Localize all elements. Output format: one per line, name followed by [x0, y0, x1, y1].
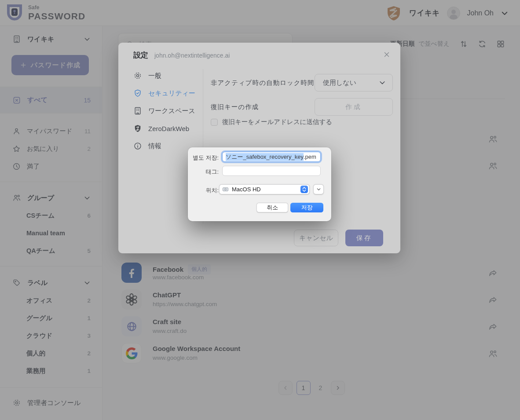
- location-value: MacOS HD: [232, 186, 297, 193]
- sidebar: ワイキキ パスワード作成 すべて 15 マイパスワード 11 お気に: [0, 26, 103, 420]
- section-label: グループ: [27, 194, 84, 202]
- location-dropdown[interactable]: MacOS HD: [219, 184, 310, 194]
- share-icon[interactable]: [488, 295, 498, 305]
- row-title: Google Workspace Account: [153, 345, 240, 352]
- plus-icon: [20, 62, 27, 69]
- save-dialog-save-button[interactable]: 저장: [290, 203, 323, 212]
- sidebar-item-label: 個人的: [26, 349, 87, 358]
- hard-drive-icon: [222, 186, 229, 193]
- sidebar-section-labels[interactable]: ラベル: [0, 274, 102, 292]
- sidebar-item-qa-team[interactable]: QAチーム 5: [0, 242, 102, 259]
- header-workspace-name[interactable]: ワイキキ: [409, 8, 440, 18]
- grid-view-icon[interactable]: [496, 40, 505, 48]
- sidebar-item-cs-team[interactable]: CSチーム 6: [0, 207, 102, 224]
- clock-icon: [12, 162, 21, 171]
- chevron-down-icon: [84, 194, 91, 201]
- page-2-button[interactable]: 2: [315, 384, 327, 391]
- chatgpt-icon: [121, 289, 142, 310]
- item-count: 15: [84, 97, 91, 104]
- where-label: 위치:: [190, 186, 219, 194]
- macos-save-dialog: 별도 저장: ソニー_safebox_recovery_key.pem 태그: …: [188, 147, 331, 221]
- sidebar-item-all[interactable]: すべて 15: [0, 87, 102, 113]
- settings-save-button[interactable]: 保存: [345, 230, 383, 246]
- gear-icon: [133, 71, 142, 80]
- sidebar-workspace-selector[interactable]: ワイキキ: [0, 32, 102, 46]
- save-as-label: 별도 저장:: [190, 154, 219, 162]
- row-title: Craft site: [153, 318, 181, 325]
- sidebar-item-manual-team[interactable]: Manual team: [0, 224, 102, 242]
- gear-icon: [12, 398, 21, 407]
- divider: [0, 182, 102, 182]
- item-count: 11: [84, 128, 91, 135]
- create-password-button[interactable]: パスワード作成: [11, 55, 89, 75]
- sidebar-item-label: QAチーム: [26, 247, 87, 255]
- info-icon: [133, 142, 142, 150]
- avatar[interactable]: [447, 7, 460, 20]
- auto-lock-dropdown[interactable]: 使用しない: [315, 74, 393, 91]
- settings-title: 設定: [133, 50, 148, 60]
- sidebar-item-business[interactable]: 業務用 1: [0, 362, 102, 380]
- sidebar-item-label: Manual team: [26, 230, 91, 237]
- group-shared-icon: [488, 349, 498, 359]
- settings-tab-workspace[interactable]: ワークスペース: [133, 102, 195, 120]
- tab-label: 一般: [148, 72, 161, 80]
- item-count: 3: [87, 332, 91, 339]
- expand-dialog-button[interactable]: [313, 184, 324, 194]
- auto-lock-label: 非アクティブ時の自動ロック時間: [211, 74, 315, 91]
- header-user-name[interactable]: John Oh: [467, 9, 494, 17]
- settings-tab-general[interactable]: 一般: [133, 67, 161, 84]
- settings-tab-zerodarkweb[interactable]: ZeroDarkWeb: [133, 120, 189, 137]
- stepper-icon: [300, 186, 308, 193]
- filename-selected-text: ソニー_safebox_recovery_key: [226, 153, 304, 161]
- sidebar-section-groups[interactable]: グループ: [0, 189, 102, 207]
- sidebar-item-admin-console[interactable]: 管理者コンソール: [0, 394, 102, 412]
- filename-extension: .pem: [304, 153, 316, 160]
- item-count: 5: [87, 248, 91, 254]
- save-dialog-cancel-button[interactable]: 취소: [256, 203, 288, 212]
- share-icon[interactable]: [488, 322, 498, 332]
- page-1-button[interactable]: 1: [297, 381, 311, 395]
- settings-tab-security[interactable]: セキュリティー: [133, 84, 195, 102]
- sidebar-item-favorites[interactable]: お気に入り 2: [0, 140, 102, 157]
- settings-account-email: john.oh@nextintelligence.ai: [154, 52, 230, 59]
- sidebar-item-label: グーグル: [26, 314, 87, 322]
- item-count: 1: [87, 368, 91, 374]
- create-recovery-key-button[interactable]: 作成: [315, 98, 393, 116]
- row-url: www.craft.do: [153, 328, 187, 334]
- settings-tab-info[interactable]: 情報: [133, 137, 161, 155]
- prev-page-button[interactable]: [278, 381, 293, 395]
- recovery-key-label: 復旧キーの作成: [211, 98, 259, 116]
- sidebar-item-expired[interactable]: 満了: [0, 157, 102, 175]
- sidebar-item-personal[interactable]: 個人的 2: [0, 344, 102, 362]
- next-page-button[interactable]: [331, 381, 345, 395]
- sidebar-item-label: 満了: [27, 162, 91, 171]
- password-row-craft-site[interactable]: Craft site www.craft.do: [118, 313, 505, 340]
- sidebar-item-label: すべて: [27, 96, 84, 104]
- sidebar-item-label: マイパスワード: [27, 127, 84, 135]
- close-icon[interactable]: [383, 51, 391, 58]
- app-logo: Safe PASSWORD: [6, 4, 85, 22]
- building-icon: [133, 106, 142, 115]
- sidebar-item-cloud[interactable]: クラウド 3: [0, 327, 102, 344]
- screen: Safe PASSWORD ワイキキ John Oh ワイキキ: [0, 0, 520, 420]
- sidebar-item-google[interactable]: グーグル 1: [0, 309, 102, 327]
- password-row-google-workspace[interactable]: Google Workspace Account www.google.com: [118, 340, 505, 367]
- password-row-facebook[interactable]: Facebook個人的 www.facebook.com: [118, 259, 505, 286]
- send-recovery-key-checkbox[interactable]: [211, 119, 218, 126]
- row-url: www.google.com: [153, 354, 198, 361]
- filename-input[interactable]: ソニー_safebox_recovery_key.pem: [222, 152, 321, 162]
- people-icon: [12, 194, 21, 202]
- sort-direction-icon[interactable]: [459, 40, 468, 48]
- tags-input[interactable]: [222, 166, 321, 176]
- app-header: Safe PASSWORD ワイキキ John Oh: [0, 0, 520, 26]
- star-icon: [12, 145, 21, 153]
- sidebar-workspace-name: ワイキキ: [27, 35, 84, 44]
- refresh-icon[interactable]: [478, 40, 487, 48]
- sidebar-item-my-passwords[interactable]: マイパスワード 11: [0, 122, 102, 140]
- password-row-chatgpt[interactable]: ChatGPT https://www.chatgpt.com: [118, 286, 505, 313]
- share-icon[interactable]: [488, 268, 498, 278]
- section-label: ラベル: [27, 279, 84, 287]
- sidebar-item-office[interactable]: オフィス 2: [0, 292, 102, 309]
- user-menu-chevron-down-icon[interactable]: [501, 9, 509, 17]
- settings-cancel-button[interactable]: キャンセル: [294, 230, 338, 246]
